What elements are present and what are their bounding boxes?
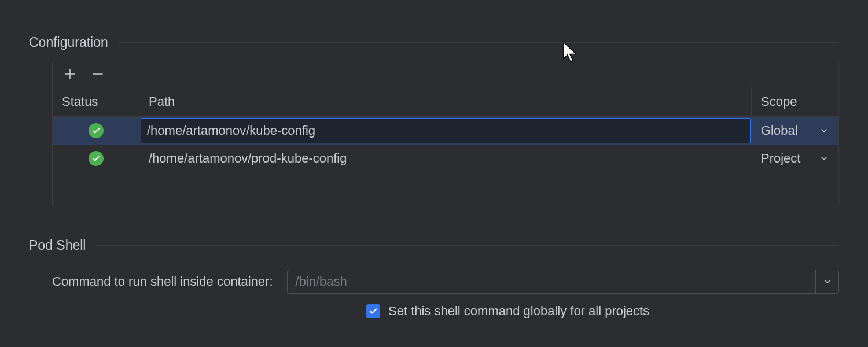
command-label: Command to run shell inside container:	[52, 274, 273, 289]
configuration-header: Configuration	[29, 35, 839, 50]
command-dropdown-button[interactable]	[815, 270, 838, 293]
table-row[interactable]: /home/artamonov/kube-config Global	[53, 117, 838, 145]
command-row: Command to run shell inside container: /…	[52, 270, 839, 294]
column-scope: Scope	[752, 87, 838, 116]
pod-shell-section: Pod Shell Command to run shell inside co…	[29, 238, 839, 307]
scope-cell[interactable]: Project	[752, 145, 838, 172]
pod-shell-header: Pod Shell	[29, 238, 839, 253]
chevron-down-icon	[819, 153, 829, 164]
chevron-down-icon	[823, 278, 832, 286]
global-checkbox-label: Set this shell command globally for all …	[388, 304, 649, 319]
table-row[interactable]: /home/artamonov/prod-kube-config Project	[53, 145, 838, 172]
remove-button[interactable]	[91, 67, 105, 81]
path-value: /home/artamonov/kube-config	[147, 123, 315, 138]
command-combo[interactable]: /bin/bash	[287, 270, 839, 294]
status-ok-icon	[89, 151, 104, 166]
scope-cell[interactable]: Global	[752, 117, 838, 145]
status-ok-icon	[89, 123, 104, 138]
status-cell	[53, 145, 139, 172]
add-button[interactable]	[63, 67, 77, 81]
divider	[119, 42, 839, 43]
column-status: Status	[53, 87, 139, 116]
command-input[interactable]: /bin/bash	[288, 274, 815, 289]
global-checkbox-row: Set this shell command globally for all …	[366, 304, 649, 319]
check-icon	[369, 307, 378, 316]
path-input[interactable]: /home/artamonov/kube-config	[141, 118, 751, 143]
chevron-down-icon	[819, 125, 829, 136]
configuration-title: Configuration	[29, 35, 108, 50]
path-cell[interactable]: /home/artamonov/kube-config	[139, 117, 752, 145]
divider	[96, 245, 839, 246]
plus-icon	[64, 68, 76, 80]
scope-value: Global	[761, 123, 798, 138]
table-header-row: Status Path Scope	[53, 87, 838, 117]
pod-shell-body: Command to run shell inside container: /…	[52, 270, 839, 307]
pod-shell-title: Pod Shell	[29, 238, 86, 253]
minus-icon	[91, 68, 104, 80]
scope-value: Project	[761, 151, 800, 166]
configuration-section: Configuration Status Path Scope	[29, 35, 839, 206]
configuration-table: Status Path Scope /home/artamonov/kube-c…	[52, 61, 839, 206]
table-toolbar	[53, 61, 838, 87]
column-path: Path	[139, 87, 752, 116]
table-empty-space	[53, 172, 838, 206]
global-checkbox[interactable]	[366, 304, 380, 318]
path-cell[interactable]: /home/artamonov/prod-kube-config	[139, 145, 752, 172]
path-value: /home/artamonov/prod-kube-config	[149, 151, 347, 166]
status-cell	[53, 117, 139, 145]
